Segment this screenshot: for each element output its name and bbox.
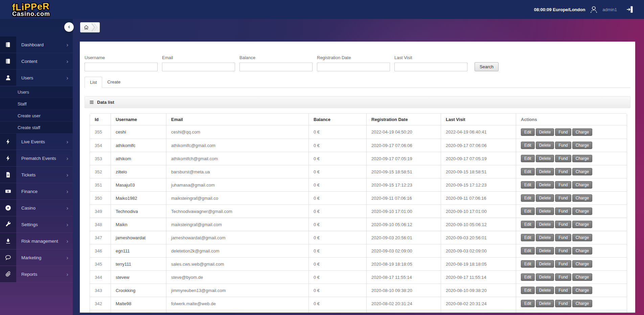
- filter-input-last-visit[interactable]: [394, 63, 467, 71]
- table-row-user-351: 351Masaju03juhamasa@gmail.com0 €2020-09-…: [90, 178, 627, 191]
- fund-button[interactable]: Fund: [555, 128, 571, 136]
- username-cell: terry111: [111, 257, 166, 270]
- edit-button[interactable]: Edit: [521, 221, 535, 228]
- last-visit-cell: 2020-08-02 15:40:40: [441, 310, 516, 313]
- delete-button[interactable]: Delete: [536, 181, 554, 189]
- table-row-user-347: 347jameshowardatjameshowardat@gmail.com0…: [90, 231, 627, 244]
- charge-button[interactable]: Charge: [572, 247, 592, 255]
- logout-icon[interactable]: [626, 5, 634, 14]
- fund-button[interactable]: Fund: [555, 300, 571, 307]
- charge-button[interactable]: Charge: [572, 142, 592, 149]
- edit-button[interactable]: Edit: [521, 194, 535, 202]
- delete-button[interactable]: Delete: [536, 155, 554, 162]
- edit-button[interactable]: Edit: [521, 260, 535, 268]
- sidebar-item-tickets[interactable]: Tickets›: [0, 167, 73, 183]
- balance-cell: 0 €: [308, 165, 366, 178]
- delete-button[interactable]: Delete: [536, 208, 554, 215]
- filter-input-balance[interactable]: [239, 63, 313, 71]
- actions-cell: EditDeleteFundCharge: [516, 152, 627, 165]
- charge-button[interactable]: Charge: [572, 234, 592, 241]
- fund-button[interactable]: Fund: [555, 234, 571, 241]
- sidebar-item-users[interactable]: Users›: [0, 70, 73, 86]
- sidebar-subitem-create-user[interactable]: Create user: [0, 110, 73, 122]
- column-header-email: Email: [166, 114, 308, 125]
- table-row-user-346: 346egn111deletetion2k@gmail.com0 €2020-0…: [90, 244, 627, 257]
- table-row-user-348: 348Maiknmaiksteingraf@gmail.com0 €2020-0…: [90, 218, 627, 231]
- charge-button[interactable]: Charge: [572, 273, 592, 281]
- sidebar-collapse-button[interactable]: ‹: [64, 22, 74, 32]
- edit-button[interactable]: Edit: [521, 208, 535, 215]
- fund-button[interactable]: Fund: [555, 260, 571, 268]
- sidebar-item-marketing[interactable]: Marketing›: [0, 249, 73, 266]
- delete-button[interactable]: Delete: [536, 221, 554, 228]
- column-header-id: Id: [90, 114, 111, 125]
- delete-button[interactable]: Delete: [536, 194, 554, 202]
- fund-button[interactable]: Fund: [555, 221, 571, 228]
- sidebar-item-settings[interactable]: Settings›: [0, 216, 73, 233]
- delete-button[interactable]: Delete: [536, 247, 554, 255]
- charge-button[interactable]: Charge: [572, 221, 592, 228]
- delete-button[interactable]: Delete: [536, 300, 554, 307]
- delete-button[interactable]: Delete: [536, 128, 554, 136]
- casino-logo[interactable]: fLiPPeR Casino.com: [0, 1, 73, 18]
- edit-button[interactable]: Edit: [521, 300, 535, 307]
- edit-button[interactable]: Edit: [521, 168, 535, 175]
- sidebar-item-prematch-events[interactable]: Prematch Events›: [0, 150, 73, 167]
- charge-button[interactable]: Charge: [572, 260, 592, 268]
- fund-button[interactable]: Fund: [555, 273, 571, 281]
- fund-button[interactable]: Fund: [555, 155, 571, 162]
- fund-button[interactable]: Fund: [555, 168, 571, 175]
- tab-create[interactable]: Create: [102, 77, 125, 88]
- sidebar-subitem-users[interactable]: Users: [0, 86, 73, 98]
- delete-button[interactable]: Delete: [536, 168, 554, 175]
- edit-button[interactable]: Edit: [521, 142, 535, 149]
- breadcrumb[interactable]: [80, 22, 100, 32]
- fund-button[interactable]: Fund: [555, 142, 571, 149]
- delete-button[interactable]: Delete: [536, 234, 554, 241]
- filter-input-email[interactable]: [162, 63, 235, 71]
- charge-button[interactable]: Charge: [572, 287, 592, 294]
- edit-button[interactable]: Edit: [521, 128, 535, 136]
- charge-button[interactable]: Charge: [572, 194, 592, 202]
- panel-title: Data list: [97, 100, 114, 105]
- delete-button[interactable]: Delete: [536, 142, 554, 149]
- delete-button[interactable]: Delete: [536, 273, 554, 281]
- sidebar-item-risk-management[interactable]: Risk management›: [0, 233, 73, 249]
- list-bars-icon: [89, 100, 94, 104]
- fund-button[interactable]: Fund: [555, 247, 571, 255]
- sidebar-item-casino[interactable]: Casino›: [0, 200, 73, 216]
- charge-button[interactable]: Charge: [572, 300, 592, 307]
- edit-button[interactable]: Edit: [521, 273, 535, 281]
- edit-button[interactable]: Edit: [521, 247, 535, 255]
- filter-input-username[interactable]: [85, 63, 158, 71]
- fund-button[interactable]: Fund: [555, 194, 571, 202]
- edit-button[interactable]: Edit: [521, 181, 535, 189]
- sidebar-menu: Dashboard›Content›Users›UsersStaffCreate…: [0, 37, 73, 283]
- sidebar-item-content[interactable]: Content›: [0, 53, 73, 70]
- sidebar-item-reports[interactable]: Reports›: [0, 266, 73, 283]
- charge-button[interactable]: Charge: [572, 128, 592, 136]
- fund-button[interactable]: Fund: [555, 208, 571, 215]
- tab-list[interactable]: List: [85, 77, 102, 88]
- sidebar-item-label: Marketing: [21, 255, 41, 260]
- fund-button[interactable]: Fund: [555, 287, 571, 294]
- filter-input-registration-date[interactable]: [317, 63, 390, 71]
- delete-button[interactable]: Delete: [536, 287, 554, 294]
- charge-button[interactable]: Charge: [572, 168, 592, 175]
- sidebar-subitem-create-staff[interactable]: Create staff: [0, 122, 73, 134]
- balance-cell: 0 €: [308, 310, 366, 313]
- chevron-left-icon: ‹: [68, 23, 70, 30]
- sidebar-subitem-staff[interactable]: Staff: [0, 98, 73, 110]
- charge-button[interactable]: Charge: [572, 181, 592, 189]
- charge-button[interactable]: Charge: [572, 155, 592, 162]
- sidebar-item-live-events[interactable]: Live Events›: [0, 134, 73, 150]
- fund-button[interactable]: Fund: [555, 181, 571, 189]
- edit-button[interactable]: Edit: [521, 234, 535, 241]
- search-button[interactable]: Search: [475, 62, 499, 71]
- delete-button[interactable]: Delete: [536, 260, 554, 268]
- sidebar-item-finance[interactable]: Finance›: [0, 183, 73, 200]
- edit-button[interactable]: Edit: [521, 155, 535, 162]
- charge-button[interactable]: Charge: [572, 208, 592, 215]
- sidebar-item-dashboard[interactable]: Dashboard›: [0, 37, 73, 53]
- edit-button[interactable]: Edit: [521, 287, 535, 294]
